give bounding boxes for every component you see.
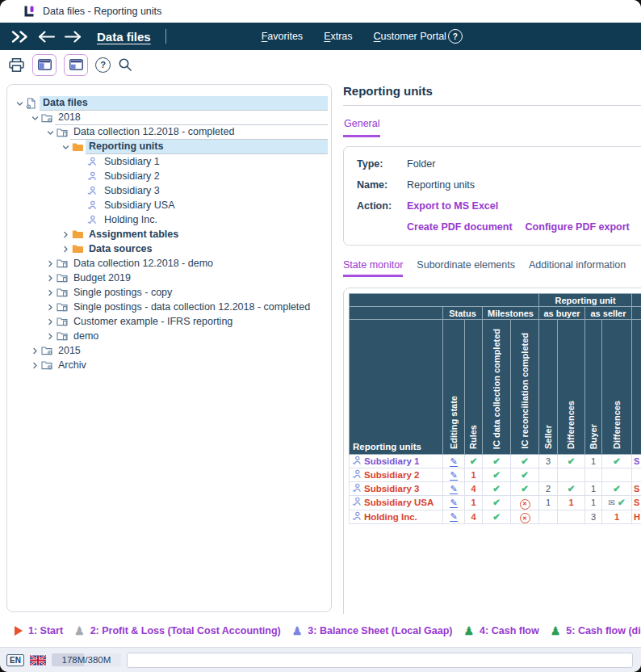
edit-pencil-icon[interactable]: ✎ [450, 471, 457, 481]
tree-item-data-collection-12-2018-completed[interactable]: Data collection 12.2018 - completed [9, 125, 331, 140]
tab-subordinate-elements[interactable]: Subordinate elements [417, 259, 515, 277]
tree-item-data-files[interactable]: Data files [9, 96, 331, 111]
tree-item-data-collection-12-2018-demo[interactable]: Data collection 12.2018 - demo [9, 256, 331, 271]
tree-item-label: Data sources [86, 242, 328, 256]
nav-menu-item-extras[interactable]: Extras [324, 31, 352, 42]
chevron-right-icon[interactable] [44, 333, 57, 340]
tree-item-budget-2019[interactable]: Budget 2019 [9, 271, 331, 285]
toggle-left-pane-button[interactable] [32, 54, 57, 76]
state-cell: ✔ [483, 510, 511, 524]
edit-pencil-icon[interactable]: ✎ [450, 485, 457, 494]
chevron-right-icon[interactable] [44, 318, 57, 326]
state-cell [558, 468, 585, 482]
tree-item-data-sources[interactable]: Data sources [9, 242, 331, 256]
tree-item-single-postings-copy[interactable]: Single postings - copy [9, 285, 331, 300]
action-label: Action: [357, 200, 399, 212]
reporting-unit-link[interactable]: Subsidiary 2 [350, 468, 443, 482]
reporting-unit-link[interactable]: Holding Inc. [350, 510, 443, 524]
reporting-unit-link[interactable]: Subsidiary 3 [350, 482, 443, 496]
nav-help-icon[interactable]: ? [448, 29, 463, 44]
tree-item-label: Budget 2019 [70, 271, 328, 285]
column-group-empty [632, 307, 641, 320]
memory-indicator[interactable]: 178M/380M [52, 653, 121, 666]
chevron-down-icon[interactable] [44, 129, 57, 136]
nav-menu-item-customer-portal[interactable]: Customer Portal [374, 31, 446, 42]
nav-current-module[interactable]: Data files [97, 30, 151, 44]
toolbar-help-icon[interactable]: ? [95, 57, 111, 73]
state-cell: ✔ [483, 455, 511, 468]
back-arrow-icon[interactable] [37, 31, 56, 43]
reporting-unit-link[interactable]: Subsidiary 1 [350, 455, 443, 468]
search-icon[interactable] [118, 57, 132, 72]
edit-pencil-icon[interactable]: ✎ [450, 457, 457, 467]
folder-orange-icon [72, 142, 86, 152]
collapse-menu-icon[interactable] [10, 30, 29, 44]
state-row-holding-inc: Holding Inc.✎4✔✕31H [350, 510, 641, 524]
state-cell: ✔ [602, 455, 632, 468]
state-cell: ✕ [511, 510, 539, 524]
workbook-link-3-balance-sheet-local-gaap[interactable]: ♟3: Balance Sheet (Local Gaap) [292, 625, 453, 636]
state-cell: 1 [539, 496, 558, 510]
toggle-right-pane-button[interactable] [64, 54, 88, 76]
chevron-right-icon[interactable] [44, 289, 57, 296]
state-cell: ✔ [511, 468, 539, 482]
chevron-right-icon[interactable] [44, 260, 57, 267]
configure-pdf-link[interactable]: Configure PDF export [526, 221, 630, 233]
chevron-right-icon[interactable] [44, 275, 57, 282]
tree-item-subsidiary-3[interactable]: Subsidiary 3 [9, 183, 331, 198]
tree-item-2015[interactable]: 2015 [9, 343, 331, 358]
state-cell[interactable]: ✎ [443, 468, 465, 482]
forward-arrow-icon[interactable] [64, 31, 82, 43]
tree-item-customer-example-ifrs-reporting[interactable]: Customer example - IFRS reporting [9, 314, 331, 329]
chevron-right-icon[interactable] [44, 304, 57, 311]
tree-item-assignment-tables[interactable]: Assignment tables [9, 227, 331, 242]
chevron-right-icon[interactable] [29, 347, 41, 355]
workbook-link-2-profit-loss-total-cost-accounting[interactable]: ♟2: Profit & Loss (Total Cost Accounting… [74, 625, 281, 636]
tree-item-archiv[interactable]: Archiv [9, 358, 331, 372]
check-icon: ✔ [521, 470, 529, 480]
language-badge[interactable]: EN [6, 654, 24, 666]
edit-pencil-icon[interactable]: ✎ [450, 498, 457, 508]
company-icon [87, 215, 101, 225]
edit-pencil-icon[interactable]: ✎ [450, 512, 457, 522]
export-excel-link[interactable]: Export to MS Excel [407, 200, 641, 212]
tree-item-demo[interactable]: demo [9, 329, 331, 343]
detail-title: Reporting units [343, 84, 641, 106]
chevron-right-icon[interactable] [29, 362, 41, 369]
state-cell[interactable]: ✎ [443, 510, 465, 524]
reporting-unit-link[interactable]: Subsidiary USA [350, 496, 443, 510]
chevron-down-icon[interactable] [60, 144, 72, 151]
tree-item-single-postings-data-collection-12-2018-completed[interactable]: Single postings - data collection 12.201… [9, 300, 331, 314]
state-cell[interactable]: ✎ [443, 455, 465, 468]
status-message-field[interactable] [127, 653, 633, 668]
create-pdf-link[interactable]: Create PDF document [407, 221, 513, 233]
workbook-link-5-cash-flow-direct-method[interactable]: ♟5: Cash flow (direct method) [551, 625, 641, 636]
state-cell[interactable]: ✎ [443, 482, 465, 496]
chevron-right-icon[interactable] [60, 246, 72, 253]
state-cell [539, 510, 558, 524]
tree-item-reporting-units[interactable]: Reporting units [9, 140, 331, 154]
tree-item-2018[interactable]: 2018 [9, 111, 331, 125]
chevron-right-icon[interactable] [60, 231, 72, 238]
workbook-link-4-cash-flow[interactable]: ♟4: Cash flow [464, 625, 539, 636]
folder-doc-icon [57, 317, 70, 326]
tree-item-subsidiary-2[interactable]: Subsidiary 2 [9, 169, 331, 183]
workbook-link-1-start[interactable]: 1: Start [15, 625, 63, 636]
print-icon[interactable] [8, 57, 25, 73]
tab-state-monitor[interactable]: State monitor [343, 259, 403, 277]
state-row-subsidiary-1: Subsidiary 1✎✔✔✔3✔1✔S [350, 455, 641, 468]
uk-flag-icon[interactable] [30, 655, 46, 666]
envelope-icon[interactable]: ✉ [609, 498, 615, 507]
chevron-down-icon[interactable] [14, 100, 26, 107]
folder-doc-icon [57, 273, 70, 283]
chevron-down-icon[interactable] [29, 115, 41, 122]
tab-general[interactable]: General [343, 118, 380, 137]
tab-additional-information[interactable]: Additional information [529, 259, 626, 277]
state-cell [632, 468, 641, 482]
tree-item-subsidiary-usa[interactable]: Subsidiary USA [9, 198, 331, 212]
nav-menu-item-favorites[interactable]: Favorites [262, 31, 303, 42]
tree-item-holding-inc[interactable]: Holding Inc. [9, 212, 331, 227]
state-cell [585, 468, 602, 482]
state-cell[interactable]: ✎ [443, 496, 465, 510]
tree-item-subsidiary-1[interactable]: Subsidiary 1 [9, 154, 331, 169]
